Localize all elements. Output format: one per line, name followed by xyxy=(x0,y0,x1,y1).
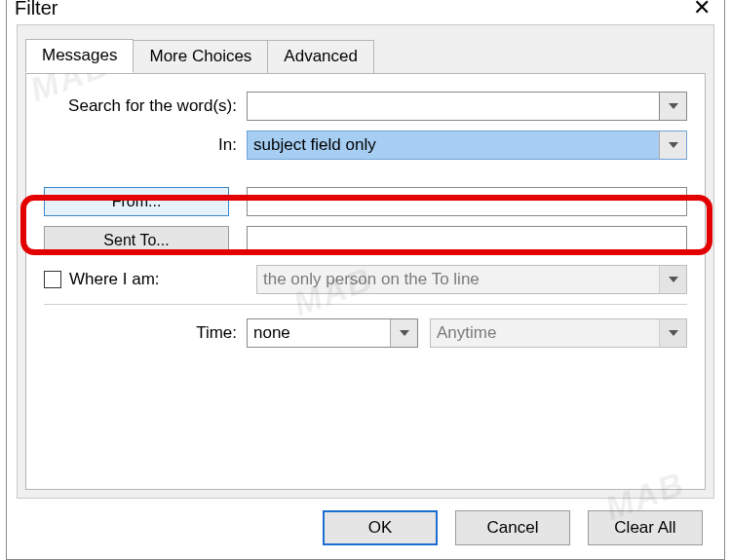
filter-dialog: Filter ✕ Messages More Choices Advanced … xyxy=(6,0,725,560)
time-condition-button[interactable] xyxy=(390,319,417,347)
dialog-body: Messages More Choices Advanced Search fo… xyxy=(17,24,714,499)
from-button[interactable]: From... xyxy=(44,187,229,216)
close-icon[interactable]: ✕ xyxy=(687,0,716,20)
chevron-down-icon xyxy=(669,103,678,109)
titlebar: Filter ✕ xyxy=(7,0,724,24)
search-row: Search for the word(s): xyxy=(44,92,687,121)
sent-to-button[interactable]: Sent To... xyxy=(44,226,229,255)
chevron-down-icon xyxy=(669,277,678,282)
chevron-down-icon xyxy=(400,330,409,336)
clear-all-button[interactable]: Clear All xyxy=(588,510,703,545)
chevron-down-icon xyxy=(669,330,678,336)
search-input[interactable] xyxy=(247,92,660,121)
tab-strip: Messages More Choices Advanced xyxy=(25,39,373,73)
in-dropdown[interactable]: subject field only xyxy=(247,131,687,160)
in-dropdown-button[interactable] xyxy=(659,131,686,159)
search-history-dropdown[interactable] xyxy=(660,92,687,121)
in-row: In: subject field only xyxy=(44,131,687,160)
time-label: Time: xyxy=(44,323,247,343)
cancel-button[interactable]: Cancel xyxy=(455,510,570,545)
where-checkbox[interactable] xyxy=(44,271,61,288)
time-condition-value: none xyxy=(248,319,390,347)
dialog-footer: OK Cancel Clear All xyxy=(323,510,703,545)
in-label: In: xyxy=(44,135,247,155)
from-input[interactable] xyxy=(247,187,687,216)
time-row: Time: none Anytime xyxy=(44,318,687,348)
where-dropdown-button xyxy=(659,266,686,293)
tab-advanced[interactable]: Advanced xyxy=(267,40,374,74)
messages-panel: Search for the word(s): In: subject fiel… xyxy=(25,73,706,490)
chevron-down-icon xyxy=(669,142,678,148)
where-label: Where I am: xyxy=(69,270,160,289)
sent-to-row: Sent To... xyxy=(44,226,687,255)
tab-more-choices[interactable]: More Choices xyxy=(133,40,268,74)
sent-to-input[interactable] xyxy=(247,226,687,255)
time-condition-dropdown[interactable]: none xyxy=(247,318,418,348)
search-label: Search for the word(s): xyxy=(44,96,247,116)
time-range-button xyxy=(659,319,686,347)
where-row: Where I am: the only person on the To li… xyxy=(44,265,687,294)
ok-button[interactable]: OK xyxy=(323,510,438,545)
where-checkbox-group: Where I am: xyxy=(44,270,256,289)
where-dropdown: the only person on the To line xyxy=(256,265,687,294)
where-value: the only person on the To line xyxy=(257,266,659,293)
window-title: Filter xyxy=(15,0,687,19)
in-value: subject field only xyxy=(248,131,659,159)
from-row: From... xyxy=(44,187,687,216)
time-range-dropdown: Anytime xyxy=(430,318,687,348)
time-range-value: Anytime xyxy=(431,319,659,347)
separator xyxy=(44,304,687,305)
tab-messages[interactable]: Messages xyxy=(25,39,134,73)
